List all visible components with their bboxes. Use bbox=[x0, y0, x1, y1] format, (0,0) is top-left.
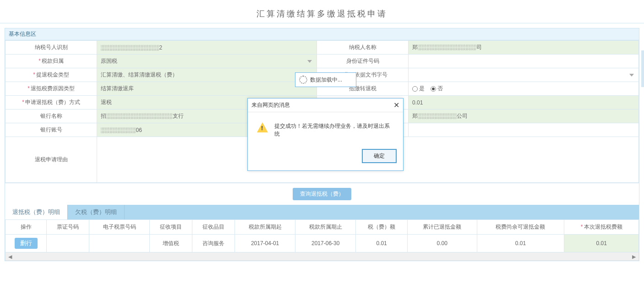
detail-row: 删行 增值税 咨询服务 2017-04-01 2017-06-30 0.01 0… bbox=[5, 235, 639, 252]
close-icon[interactable]: ✕ bbox=[393, 101, 399, 110]
cell-refunded: 0.00 bbox=[407, 235, 477, 252]
label-refund-reason-text: 退抵税费原因类型 bbox=[31, 85, 75, 92]
cell-period-to: 2017-06-30 bbox=[295, 235, 356, 252]
col-amount: 税（费）额 bbox=[356, 220, 408, 235]
value-refund-reason[interactable]: 结算清缴退库 bbox=[97, 82, 317, 96]
scroll-right-icon[interactable]: ▶ bbox=[630, 253, 638, 260]
label-bank-name: 银行名称 bbox=[5, 110, 97, 123]
value-offset: 是 否 bbox=[409, 82, 639, 96]
label-refund-type: *提退税金类型 bbox=[5, 68, 97, 82]
detail-table: 操作 票证号码 电子税票号码 征收项目 征收品目 税款所属期起 税款所属期止 税… bbox=[5, 219, 639, 252]
value-account-name: 郑░░░░░░░░░░公司 bbox=[409, 110, 639, 123]
cell-ticket bbox=[47, 235, 89, 252]
spinner-icon bbox=[299, 76, 307, 84]
radio-yes-label: 是 bbox=[419, 85, 425, 92]
query-row: 查询退抵税（费） bbox=[5, 183, 639, 205]
scroll-left-icon[interactable]: ◀ bbox=[6, 253, 14, 260]
label-taxpayer-id: 纳税号人识别 bbox=[5, 41, 97, 55]
loading-text: 数据加载中... bbox=[310, 76, 342, 84]
right-edge-panel bbox=[641, 50, 644, 87]
cell-etax bbox=[89, 235, 149, 252]
value-taxpayer-id: ░░░░░░░░░░░░░░░2 bbox=[97, 41, 317, 55]
label-tax-org: *税款归属 bbox=[5, 55, 97, 68]
col-period-to: 税款所属期止 bbox=[295, 220, 356, 235]
col-this-refund: *本次退抵税费额 bbox=[564, 220, 639, 235]
delete-row-button[interactable]: 删行 bbox=[15, 238, 38, 249]
col-remain: 税费尚余可退抵金额 bbox=[477, 220, 564, 235]
tab-refund-detail[interactable]: 退抵税（费）明细 bbox=[5, 205, 68, 219]
warning-icon bbox=[257, 122, 268, 132]
radio-no-label: 否 bbox=[437, 85, 443, 92]
col-period-from: 税款所属期起 bbox=[235, 220, 295, 235]
tab-owe-detail[interactable]: 欠税（费）明细 bbox=[68, 205, 125, 219]
col-this-refund-text: 本次退抵税费额 bbox=[584, 224, 622, 230]
modal-body: 提交成功！若无需继续办理业务，请及时退出系统 bbox=[248, 112, 403, 144]
value-apply-method-text: 退税 bbox=[101, 99, 112, 105]
value-tax-org-text: 原国税 bbox=[101, 58, 117, 64]
select-doc-no[interactable] bbox=[409, 68, 639, 82]
label-idcard: 身份证件号码 bbox=[317, 55, 409, 68]
cell-item: 增值税 bbox=[150, 235, 192, 252]
value-taxpayer-name: 郑░░░░░░░░░░░░░░░司 bbox=[409, 41, 639, 55]
cell-remain: 0.01 bbox=[477, 235, 564, 252]
col-op: 操作 bbox=[5, 220, 47, 235]
cell-subitem: 咨询服务 bbox=[192, 235, 235, 252]
radio-yes[interactable] bbox=[412, 86, 418, 92]
col-item: 征收项目 bbox=[150, 220, 192, 235]
loading-toast: 数据加载中... bbox=[295, 72, 356, 87]
label-taxpayer-name: 纳税人名称 bbox=[317, 41, 409, 55]
section-header: 基本信息区 bbox=[5, 28, 639, 40]
query-button[interactable]: 查询退抵税（费） bbox=[293, 188, 351, 200]
modal-message: 提交成功！若无需继续办理业务，请及时退出系统 bbox=[274, 122, 394, 138]
detail-header-row: 操作 票证号码 电子税票号码 征收项目 征收品目 税款所属期起 税款所属期止 税… bbox=[5, 220, 639, 235]
select-tax-org[interactable]: 原国税 bbox=[97, 55, 317, 68]
col-subitem: 征收品目 bbox=[192, 220, 235, 235]
label-reason: 退税申请理由 bbox=[5, 137, 97, 183]
cell-this-refund[interactable]: 0.01 bbox=[564, 235, 639, 252]
empty-value-1 bbox=[409, 123, 639, 137]
value-refund-type[interactable]: 汇算清缴、结算清缴退税（费） bbox=[97, 68, 317, 82]
horizontal-scrollbar[interactable]: ◀ ▶ bbox=[5, 252, 639, 261]
ok-button[interactable]: 确定 bbox=[362, 149, 397, 163]
label-apply-method-text: 申请退抵税（费）方式 bbox=[25, 99, 80, 105]
radio-no[interactable] bbox=[431, 86, 436, 92]
confirm-modal: 来自网页的消息 ✕ 提交成功！若无需继续办理业务，请及时退出系统 确定 bbox=[247, 98, 404, 171]
modal-footer: 确定 bbox=[248, 144, 403, 170]
col-ticket: 票证号码 bbox=[47, 220, 89, 235]
modal-header: 来自网页的消息 ✕ bbox=[248, 99, 403, 112]
page-title: 汇算清缴结算多缴退抵税申请 bbox=[0, 0, 644, 23]
col-refunded: 累计已退抵金额 bbox=[407, 220, 477, 235]
label-tax-org-text: 税款归属 bbox=[42, 58, 64, 64]
cell-amount: 0.01 bbox=[356, 235, 408, 252]
label-bank-acct: 银行账号 bbox=[5, 123, 97, 137]
value-apply-amount: 0.01 bbox=[409, 96, 639, 110]
label-refund-type-text: 提退税金类型 bbox=[36, 71, 69, 78]
cell-op: 删行 bbox=[5, 235, 47, 252]
label-apply-method: *申请退抵税（费）方式 bbox=[5, 96, 97, 110]
cell-period-from: 2017-04-01 bbox=[235, 235, 295, 252]
label-refund-reason: *退抵税费原因类型 bbox=[5, 82, 97, 96]
tabs-bar: 退抵税（费）明细 欠税（费）明细 bbox=[5, 205, 639, 219]
chevron-down-icon bbox=[307, 60, 312, 63]
modal-title: 来自网页的消息 bbox=[251, 101, 290, 109]
value-idcard[interactable] bbox=[409, 55, 639, 68]
chevron-down-icon bbox=[629, 74, 634, 77]
col-etax: 电子税票号码 bbox=[89, 220, 149, 235]
